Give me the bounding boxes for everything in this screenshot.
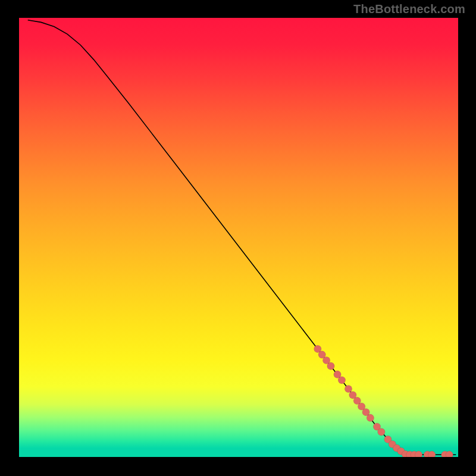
data-point [318, 351, 325, 358]
watermark-text: TheBottleneck.com [353, 2, 465, 16]
data-point [384, 436, 392, 443]
highlighted-points-group [314, 345, 453, 457]
data-point [402, 450, 409, 457]
data-point [411, 451, 418, 457]
plot-area [19, 18, 458, 457]
data-point [406, 451, 414, 457]
data-point [397, 447, 405, 455]
data-point [367, 414, 374, 421]
chart-overlay-svg [19, 18, 458, 457]
data-point [441, 451, 449, 457]
data-point [393, 444, 400, 452]
data-point [334, 371, 341, 378]
data-point [362, 409, 369, 416]
data-point [327, 362, 334, 369]
data-point [349, 392, 356, 399]
data-point [378, 428, 385, 436]
data-point [389, 440, 396, 447]
data-point [373, 423, 380, 430]
data-point [322, 356, 330, 364]
data-point [415, 451, 422, 457]
data-point [314, 345, 321, 352]
bottleneck-curve [28, 20, 456, 455]
data-point [338, 377, 345, 384]
data-point [428, 451, 436, 457]
data-point [424, 451, 431, 457]
chart-frame: TheBottleneck.com [0, 0, 476, 476]
data-point [446, 451, 453, 457]
data-point [358, 403, 365, 410]
data-point [345, 385, 352, 392]
data-point [353, 397, 361, 404]
